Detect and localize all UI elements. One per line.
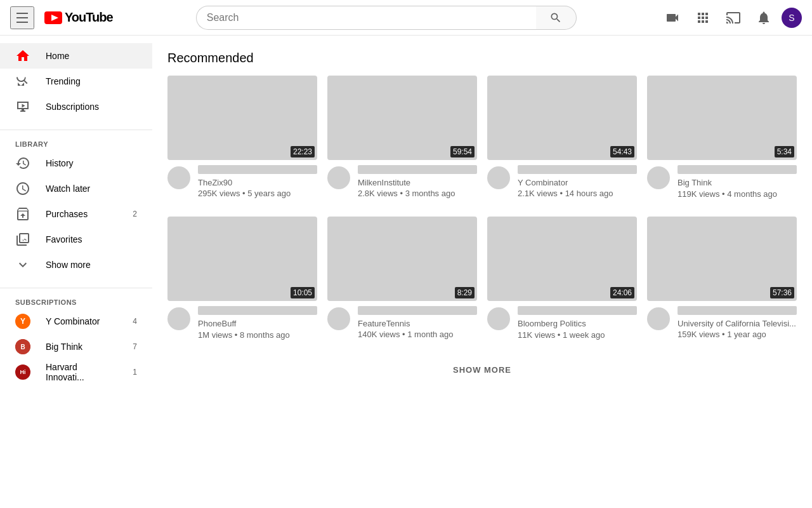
search-input[interactable] [196, 6, 536, 30]
video-grid-row2: 10:05PhoneBuff1M views • 8 months ago8:2… [167, 217, 797, 342]
sidebar-item-trending[interactable]: Trending [0, 69, 152, 94]
channel-avatar [167, 307, 190, 330]
ycombinator-badge: 4 [133, 317, 137, 326]
sidebar-library-section: LIBRARY History Watch later Purchases 2 [0, 135, 152, 283]
watch-later-label: Watch later [46, 184, 137, 194]
purchases-badge: 2 [133, 210, 137, 218]
video-card[interactable]: 5:34Big Think119K views • 4 months ago [647, 76, 797, 201]
video-title-placeholder [198, 306, 317, 315]
trending-icon [15, 74, 30, 89]
harvard-label: Harvard Innovati... [46, 362, 117, 382]
sidebar-divider-1 [0, 130, 152, 130]
video-stats: 159K views • 1 year ago [678, 330, 797, 339]
svg-text:B: B [20, 344, 25, 351]
video-duration: 59:54 [450, 146, 475, 157]
video-card[interactable]: 54:43Y Combinator2.1K views • 14 hours a… [487, 76, 637, 201]
video-card[interactable]: 24:06Bloomberg Politics11K views • 1 wee… [487, 217, 637, 342]
sidebar-home-label: Home [46, 51, 137, 61]
sidebar-item-harvard[interactable]: Hi Harvard Innovati... 1 [0, 359, 152, 385]
youtube-logo-icon [44, 11, 62, 24]
search-icon [549, 11, 562, 24]
cast-button[interactable] [721, 5, 746, 30]
logo[interactable]: YouTube [44, 10, 113, 25]
sidebar-subscriptions-label: Subscriptions [46, 102, 137, 112]
ycombinator-avatar: Y [15, 314, 30, 329]
create-icon [665, 10, 680, 25]
video-stats: 140K views • 1 month ago [358, 330, 477, 339]
home-icon [15, 48, 30, 64]
video-stats: 2.1K views • 14 hours ago [518, 189, 637, 198]
logo-text: YouTube [65, 10, 113, 25]
sidebar-trending-label: Trending [46, 76, 137, 86]
sidebar-primary-nav: Home Trending Subscriptions [0, 43, 152, 124]
favorites-icon [15, 232, 30, 247]
video-title-placeholder [518, 306, 637, 315]
hamburger-button[interactable] [10, 6, 34, 29]
video-channel: Big Think [678, 178, 797, 188]
video-card[interactable]: 22:23TheZix90295K views • 5 years ago [167, 76, 317, 201]
sidebar-item-bigthink[interactable]: B Big Think 7 [0, 334, 152, 359]
sidebar-item-subscriptions[interactable]: Subscriptions [0, 94, 152, 119]
nav-right: S [660, 5, 802, 30]
bigthink-badge: 7 [133, 342, 137, 351]
video-duration: 22:23 [291, 146, 315, 157]
video-stats: 2.8K views • 3 months ago [358, 189, 477, 198]
video-thumbnail: 5:34 [647, 76, 797, 160]
purchases-icon [15, 206, 30, 222]
video-thumbnail: 24:06 [487, 217, 637, 301]
chevron-down-icon [15, 257, 30, 272]
video-card[interactable]: 8:29FeatureTennis140K views • 1 month ag… [327, 217, 477, 342]
channel-avatar [647, 166, 670, 189]
video-stats: 295K views • 5 years ago [198, 189, 317, 198]
channel-avatar [487, 166, 510, 189]
notifications-button[interactable] [751, 5, 776, 30]
sidebar-item-purchases[interactable]: Purchases 2 [0, 201, 152, 227]
video-duration: 5:34 [775, 146, 794, 157]
harvard-badge: 1 [133, 368, 137, 377]
show-more-button[interactable]: SHOW MORE [167, 358, 797, 382]
library-label: LIBRARY [0, 135, 152, 150]
video-channel: University of California Televisi... [678, 319, 797, 328]
video-card[interactable]: 57:36University of California Televisi..… [647, 217, 797, 342]
video-duration: 8:29 [455, 287, 475, 298]
channel-avatar [487, 307, 510, 330]
create-button[interactable] [660, 5, 685, 30]
sidebar-item-show-more[interactable]: Show more [0, 252, 152, 277]
section-title: Recommended [167, 51, 797, 65]
sidebar-item-favorites[interactable]: Favorites [0, 227, 152, 252]
channel-avatar [167, 166, 190, 189]
purchases-label: Purchases [46, 209, 117, 219]
sidebar-item-ycombinator[interactable]: Y Y Combinator 4 [0, 309, 152, 334]
video-stats: 1M views • 8 months ago [198, 330, 317, 340]
favorites-label: Favorites [46, 234, 137, 244]
main-layout: Home Trending Subscriptions LIBRARY [0, 36, 812, 398]
video-title-placeholder [198, 165, 317, 174]
sidebar-item-history[interactable]: History [0, 150, 152, 176]
subscriptions-label: SUBSCRIPTIONS [0, 293, 152, 309]
video-channel: Y Combinator [518, 178, 637, 187]
history-label: History [46, 158, 137, 168]
sidebar-item-home[interactable]: Home [0, 43, 152, 69]
avatar[interactable]: S [782, 8, 802, 28]
video-title-placeholder [678, 165, 797, 174]
video-card[interactable]: 59:54MilkenInstitute2.8K views • 3 month… [327, 76, 477, 201]
sidebar-divider-2 [0, 288, 152, 288]
ycombinator-label: Y Combinator [46, 316, 117, 326]
video-channel: TheZix90 [198, 178, 317, 187]
channel-avatar [327, 307, 350, 330]
watch-later-icon [15, 181, 30, 196]
search-button[interactable] [536, 6, 577, 30]
sidebar-item-watch-later[interactable]: Watch later [0, 176, 152, 201]
sidebar-subscriptions-section: SUBSCRIPTIONS Y Y Combinator 4 B Big Thi… [0, 293, 152, 390]
main-content: Recommended 22:23TheZix90295K views • 5 … [152, 36, 812, 398]
video-thumbnail: 22:23 [167, 76, 317, 160]
top-nav: YouTube [0, 0, 812, 36]
apps-button[interactable] [690, 5, 716, 30]
subscriptions-icon [15, 99, 30, 114]
video-card[interactable]: 10:05PhoneBuff1M views • 8 months ago [167, 217, 317, 342]
show-more-label: Show more [46, 260, 137, 270]
bigthink-avatar: B [15, 339, 30, 354]
video-channel: MilkenInstitute [358, 178, 477, 187]
cast-icon [726, 10, 741, 25]
video-thumbnail: 57:36 [647, 217, 797, 301]
